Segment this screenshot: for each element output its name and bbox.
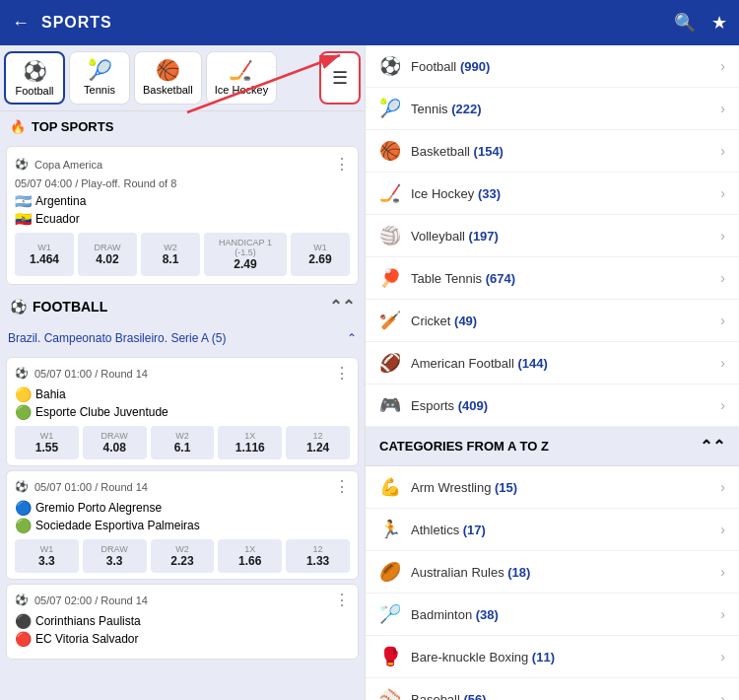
sport-ball-icon: ⚽ [15, 158, 29, 171]
chevron-right-icon: › [720, 185, 725, 201]
match-info-corinthians: ⚽ 05/07 02:00 / Round 14 [15, 594, 148, 606]
odd-12-bahia[interactable]: 121.24 [286, 426, 350, 459]
odd-12-gremio[interactable]: 121.33 [286, 539, 350, 573]
right-sport-item[interactable]: 🏓 Table Tennis (674) › [366, 257, 739, 300]
subsection-collapse-button[interactable]: ⌃ [347, 331, 357, 345]
match-corinthians: ⚽ 05/07 02:00 / Round 14 ⋮ ⚫ Corinthians… [6, 584, 359, 660]
sport-name: Football (990) [411, 59, 712, 74]
match-header: ⚽ Copa America ⋮ [15, 155, 350, 174]
az-label: CATEGORIES FROM A TO Z [379, 439, 549, 454]
tab-football[interactable]: ⚽ Football [4, 51, 65, 105]
main-layout: ⚽ Football 🎾 Tennis 🏀 Basketball 🏒 Ice H… [0, 45, 739, 700]
az-sport-count: (38) [476, 607, 499, 622]
odd-draw[interactable]: DRAW 4.02 [78, 233, 137, 276]
sport-count: (49) [454, 314, 477, 328]
sport-name: American Football (144) [411, 356, 712, 371]
match-bahia: ⚽ 05/07 01:00 / Round 14 ⋮ 🟡 Bahia 🟢 Esp… [6, 357, 359, 466]
odd-draw-bahia[interactable]: DRAW4.08 [83, 426, 147, 459]
tab-basketball[interactable]: 🏀 Basketball [134, 51, 202, 105]
sport-count: (197) [469, 229, 499, 244]
match-date-bahia: 05/07 01:00 / Round 14 [34, 368, 148, 380]
right-sport-item[interactable]: 🏏 Cricket (49) › [366, 300, 739, 342]
search-icon[interactable]: 🔍 [674, 12, 696, 34]
tab-tennis[interactable]: 🎾 Tennis [69, 51, 130, 105]
palmeiras-flag: 🟢 [15, 518, 32, 533]
sport-name: Volleyball (197) [411, 229, 712, 244]
az-section-header: CATEGORIES FROM A TO Z ⌃⌃ [366, 427, 739, 466]
palmeiras-name: Sociedade Esportiva Palmeiras [35, 519, 200, 532]
odd-w1[interactable]: W1 1.464 [15, 233, 74, 276]
az-chevron-right-icon: › [720, 691, 725, 700]
sport-icon: 🏈 [379, 352, 401, 374]
odd-w2-bahia[interactable]: W26.1 [151, 426, 215, 459]
right-sport-item[interactable]: 🏐 Volleyball (197) › [366, 215, 739, 257]
gremio-flag: 🔵 [15, 500, 32, 516]
left-panel: ⚽ Football 🎾 Tennis 🏀 Basketball 🏒 Ice H… [0, 45, 365, 700]
odd-1x-gremio[interactable]: 1X1.66 [218, 539, 282, 573]
right-sport-item[interactable]: 🎾 Tennis (222) › [366, 88, 739, 130]
sport-tabs: ⚽ Football 🎾 Tennis 🏀 Basketball 🏒 Ice H… [0, 45, 365, 111]
tennis-tab-label: Tennis [84, 84, 115, 96]
teams-gremio: 🔵 Gremio Porto Alegrense 🟢 Sociedade Esp… [15, 500, 350, 533]
football-icon: ⚽ [10, 299, 27, 315]
az-sport-item[interactable]: 💪 Arm Wrestling (15) › [366, 466, 739, 509]
corinthians-name: Corinthians Paulista [35, 614, 141, 628]
right-az-list: 💪 Arm Wrestling (15) › 🏃 Athletics (17) … [366, 466, 739, 700]
az-chevron-right-icon: › [720, 564, 725, 580]
team1-row: 🇦🇷 Argentina [15, 193, 350, 209]
az-collapse-icon[interactable]: ⌃⌃ [700, 437, 725, 455]
match-info-gremio: ⚽ 05/07 01:00 / Round 14 [15, 480, 148, 493]
match-options-bahia[interactable]: ⋮ [334, 364, 350, 383]
right-sport-item[interactable]: 🏈 American Football (144) › [366, 342, 739, 385]
chevron-right-icon: › [720, 143, 725, 159]
az-sport-icon: 🏸 [379, 603, 401, 625]
football-section-header: ⚽ FOOTBALL ⌃⌃ [0, 289, 365, 323]
odd-handicap[interactable]: HANDICAP 1 (-1.5) 2.49 [204, 233, 287, 276]
vitoria-flag: 🔴 [15, 631, 32, 647]
sport-name: Cricket (49) [411, 314, 712, 328]
match-options-button[interactable]: ⋮ [334, 155, 350, 174]
hamburger-icon: ☰ [332, 67, 348, 89]
right-sport-item[interactable]: 🏀 Basketball (154) › [366, 130, 739, 173]
star-icon[interactable]: ★ [711, 12, 727, 34]
az-sport-item[interactable]: ⚾ Baseball (56) › [366, 678, 739, 700]
az-sport-item[interactable]: 🥊 Bare-knuckle Boxing (11) › [366, 636, 739, 678]
az-sport-name: Athletics (17) [411, 523, 712, 537]
soccer-icon-corinthians: ⚽ [15, 594, 29, 606]
top-sports-label: TOP SPORTS [32, 119, 113, 134]
sport-icon: 🏒 [379, 182, 401, 204]
right-sport-item[interactable]: 🎮 Esports (409) › [366, 385, 739, 427]
sport-count: (674) [486, 271, 515, 286]
odd-draw-gremio[interactable]: DRAW3.3 [83, 539, 147, 573]
odd-w1-bahia[interactable]: W11.55 [15, 426, 79, 459]
az-sport-item[interactable]: 🏸 Badminton (38) › [366, 594, 739, 636]
odd-w2[interactable]: W2 8.1 [141, 233, 200, 276]
tab-ice-hockey[interactable]: 🏒 Ice Hockey [206, 51, 277, 105]
az-chevron-right-icon: › [720, 649, 725, 665]
odd-w1-gremio[interactable]: W13.3 [15, 539, 79, 573]
menu-tab[interactable]: ☰ [319, 51, 361, 105]
az-sport-item[interactable]: 🏉 Australian Rules (18) › [366, 551, 739, 594]
match-options-gremio[interactable]: ⋮ [334, 477, 350, 496]
odd-w1-2[interactable]: W1 2.69 [291, 233, 350, 276]
az-sport-icon: 🏃 [379, 519, 401, 540]
odd-w2-gremio[interactable]: W22.23 [151, 539, 215, 573]
vitoria-team2: 🔴 EC Vitoria Salvador [15, 631, 350, 647]
az-sport-name: Badminton (38) [411, 607, 712, 622]
az-sport-item[interactable]: 🏃 Athletics (17) › [366, 509, 739, 551]
right-sport-item[interactable]: ⚽ Football (990) › [366, 45, 739, 88]
team2-flag: 🇪🇨 [15, 211, 32, 227]
back-button[interactable]: ← [12, 13, 30, 34]
right-sport-item[interactable]: 🏒 Ice Hockey (33) › [366, 173, 739, 215]
football-collapse-button[interactable]: ⌃⌃ [329, 297, 355, 315]
sport-count: (222) [451, 102, 481, 116]
bahia-team1: 🟡 Bahia [15, 386, 350, 402]
chevron-right-icon: › [720, 270, 725, 286]
team1-name: Argentina [35, 194, 86, 208]
sport-icon: 🎮 [379, 394, 401, 416]
right-top-sports-list: ⚽ Football (990) › 🎾 Tennis (222) › 🏀 Ba… [366, 45, 739, 427]
match-gremio: ⚽ 05/07 01:00 / Round 14 ⋮ 🔵 Gremio Port… [6, 470, 359, 580]
az-sport-count: (18) [507, 565, 530, 580]
match-options-corinthians[interactable]: ⋮ [334, 591, 350, 609]
odd-1x-bahia[interactable]: 1X1.116 [218, 426, 282, 459]
